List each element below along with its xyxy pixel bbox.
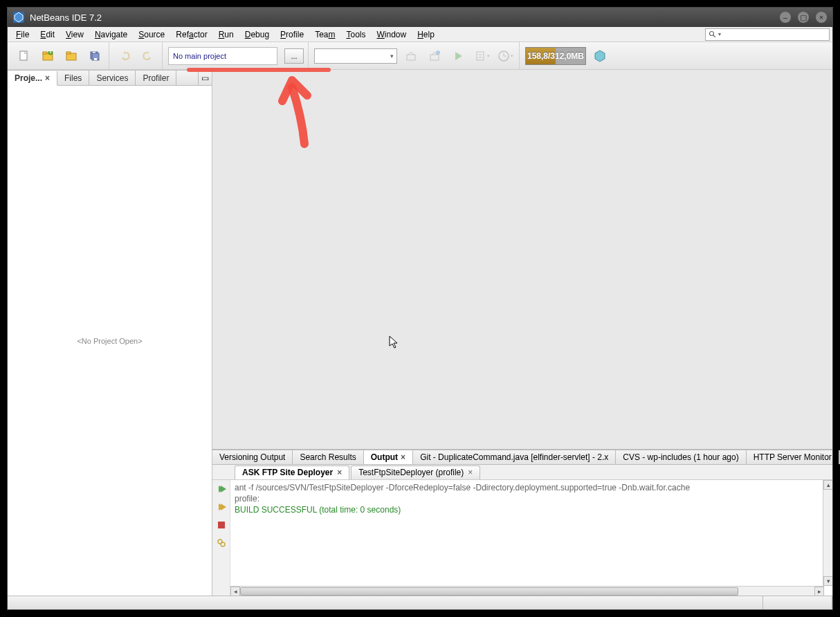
status-cell: [763, 596, 832, 609]
profile-button[interactable]: ▾: [495, 46, 515, 66]
app-window: NetBeans IDE 7.2 – ▢ × File Edit View Na…: [7, 7, 833, 610]
vertical-scrollbar[interactable]: ▴▾: [823, 480, 832, 586]
subtab-ask-ftp[interactable]: ASK FTP Site Deployer×: [235, 466, 349, 479]
scroll-right-icon[interactable]: ▸: [814, 587, 824, 596]
dropdown-arrow-icon: ▾: [390, 53, 394, 59]
tab-cvs[interactable]: CVS - wp-includes (1 hour ago): [616, 450, 746, 464]
svg-marker-0: [15, 12, 23, 22]
menu-edit[interactable]: Edit: [35, 28, 60, 41]
save-all-button[interactable]: [85, 46, 104, 66]
subtab-close-icon[interactable]: ×: [337, 468, 342, 477]
scroll-left-icon[interactable]: ◂: [230, 587, 240, 596]
svg-rect-15: [407, 55, 415, 60]
new-project-button[interactable]: +: [38, 46, 57, 66]
projects-empty-label: <No Project Open>: [8, 86, 212, 596]
main-toolbar: + No main project ... ▾ ▾ ▾ 158,8/312,0M…: [8, 42, 832, 70]
tab-close-icon[interactable]: ×: [45, 73, 50, 83]
rerun-button[interactable]: [215, 483, 228, 495]
maximize-button[interactable]: ▢: [798, 12, 809, 23]
menu-file[interactable]: File: [10, 28, 35, 41]
svg-rect-18: [477, 52, 484, 60]
left-sidebar: Proje...× Files Services Profiler ▭ <No …: [8, 70, 212, 596]
main-project-select-button[interactable]: ...: [284, 48, 304, 64]
main-project-label: No main project: [168, 47, 277, 65]
menu-team[interactable]: Team: [309, 28, 340, 41]
tab-projects[interactable]: Proje...×: [8, 71, 57, 86]
stop-button[interactable]: [215, 519, 228, 531]
horizontal-scrollbar[interactable]: ◂▸: [230, 586, 824, 596]
tab-versioning-output[interactable]: Versioning Output: [212, 450, 293, 464]
titlebar: NetBeans IDE 7.2 – ▢ ×: [8, 8, 832, 27]
minimize-button[interactable]: –: [780, 12, 791, 23]
left-tabs: Proje...× Files Services Profiler ▭: [8, 71, 212, 86]
menu-window[interactable]: Window: [372, 28, 412, 41]
menu-profile[interactable]: Profile: [275, 28, 309, 41]
run-button[interactable]: [448, 46, 468, 66]
memory-usage[interactable]: 158,8/312,0MB: [525, 47, 586, 65]
scroll-thumb[interactable]: [240, 587, 738, 596]
open-project-button[interactable]: [62, 46, 81, 66]
undo-button[interactable]: [115, 46, 134, 66]
settings-button[interactable]: [215, 537, 228, 549]
menu-navigate[interactable]: Navigate: [89, 28, 133, 41]
menu-source[interactable]: Source: [133, 28, 170, 41]
tab-close-icon[interactable]: ×: [401, 452, 405, 462]
right-area: Versioning Output Search Results Output×…: [212, 70, 832, 596]
svg-rect-9: [66, 52, 71, 54]
tab-services[interactable]: Services: [89, 71, 136, 85]
debug-button[interactable]: ▾: [472, 46, 491, 66]
svg-point-1: [710, 31, 714, 35]
minimize-pane-button[interactable]: ▭: [198, 71, 212, 85]
new-file-button[interactable]: [15, 46, 34, 66]
subtab-test-ftp[interactable]: TestFtpSiteDeployer (profile)×: [351, 466, 480, 479]
svg-rect-25: [218, 522, 225, 528]
svg-marker-24: [595, 50, 605, 62]
menu-debug[interactable]: Debug: [239, 28, 275, 41]
redo-button[interactable]: [138, 46, 158, 66]
svg-rect-16: [430, 55, 439, 60]
menubar: File Edit View Navigate Source Refactor …: [8, 27, 832, 42]
scroll-up-icon[interactable]: ▴: [823, 480, 832, 490]
svg-point-27: [221, 542, 225, 546]
gc-button[interactable]: [590, 46, 610, 66]
tab-http-monitor[interactable]: HTTP Server Monitor: [747, 450, 839, 464]
tab-files[interactable]: Files: [57, 71, 89, 85]
window-title: NetBeans IDE 7.2: [30, 12, 773, 23]
output-body: ant -f /sources/SVN/TestFtpSiteDeployer …: [212, 480, 832, 596]
main-body: Proje...× Files Services Profiler ▭ <No …: [8, 70, 832, 596]
search-icon: [709, 30, 717, 39]
statusbar: [8, 596, 832, 609]
rerun-failed-button[interactable]: [215, 501, 228, 513]
output-panel: Versioning Output Search Results Output×…: [212, 449, 832, 596]
editor-area: [212, 70, 832, 449]
svg-rect-14: [94, 58, 97, 60]
subtab-close-icon[interactable]: ×: [468, 468, 473, 477]
svg-point-17: [436, 50, 440, 55]
menu-refactor[interactable]: Refactor: [170, 28, 212, 41]
svg-text:+: +: [48, 49, 53, 56]
close-button[interactable]: ×: [816, 12, 827, 23]
tab-git[interactable]: Git - DuplicateCommand.java [elfinder-se…: [413, 450, 616, 464]
menu-help[interactable]: Help: [412, 28, 440, 41]
tab-output[interactable]: Output×: [364, 450, 413, 464]
menu-tools[interactable]: Tools: [340, 28, 371, 41]
build-button[interactable]: [401, 46, 421, 66]
dropdown-arrow-icon: ▾: [718, 31, 721, 37]
clean-build-button[interactable]: [425, 46, 444, 66]
svg-rect-5: [43, 52, 47, 54]
menu-view[interactable]: View: [60, 28, 89, 41]
output-tabs: Versioning Output Search Results Output×…: [212, 450, 832, 465]
output-gutter: [212, 480, 230, 596]
run-config-select[interactable]: ▾: [314, 48, 397, 64]
tab-profiler[interactable]: Profiler: [136, 71, 176, 85]
mouse-cursor-icon: [389, 335, 400, 349]
app-logo-icon: [13, 12, 24, 23]
output-subtabs: ASK FTP Site Deployer× TestFtpSiteDeploy…: [212, 465, 832, 480]
menu-run[interactable]: Run: [213, 28, 239, 41]
svg-rect-3: [20, 51, 27, 60]
tab-search-results[interactable]: Search Results: [293, 450, 363, 464]
svg-line-2: [713, 35, 715, 37]
scroll-down-icon[interactable]: ▾: [823, 576, 832, 586]
output-console[interactable]: ant -f /sources/SVN/TestFtpSiteDeployer …: [230, 480, 832, 596]
quick-search-input[interactable]: ▾: [705, 28, 830, 41]
